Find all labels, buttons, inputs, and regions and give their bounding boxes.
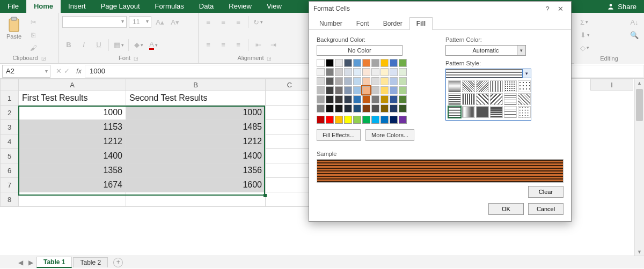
cell-b6[interactable]: 1356 [126,163,266,178]
cell-a4[interactable]: 1212 [19,134,126,149]
color-swatch[interactable] [326,59,334,67]
color-swatch[interactable] [362,104,370,113]
color-swatch[interactable] [362,86,370,94]
color-swatch[interactable] [335,68,343,76]
cancel-button[interactable]: Cancel [528,203,564,215]
color-swatch[interactable] [390,86,398,94]
clear-fill-button[interactable]: Clear [528,186,564,198]
color-swatch[interactable] [326,86,334,94]
align-right-button[interactable]: ≡ [232,39,245,51]
color-swatch[interactable] [362,95,370,103]
color-swatch[interactable] [380,59,389,67]
color-swatch[interactable] [317,86,325,94]
color-swatch[interactable] [371,59,379,67]
borders-button[interactable]: ▦ [112,39,125,51]
color-swatch[interactable] [390,104,398,113]
color-swatch[interactable] [344,116,352,124]
color-swatch[interactable] [371,104,379,113]
color-swatch[interactable] [390,77,398,85]
color-swatch[interactable] [371,116,379,124]
cell-c4[interactable] [266,134,314,149]
pattern-swatch[interactable] [518,93,531,105]
color-swatch[interactable] [344,77,352,85]
cell-b8[interactable] [126,192,266,207]
tab-insert[interactable]: Insert [61,0,93,13]
pattern-swatch[interactable] [462,93,475,105]
color-swatch[interactable] [362,116,370,124]
cancel-formula-button[interactable]: ✕ [56,67,62,75]
decrease-indent-button[interactable]: ⇤ [252,39,265,51]
pattern-color-combo[interactable]: Automatic▾ [445,45,526,56]
cell-a7[interactable]: 1674 [19,178,126,192]
select-all-corner[interactable] [1,79,19,91]
underline-button[interactable]: U [92,39,105,51]
color-swatch[interactable] [335,59,343,67]
fill-effects-button[interactable]: Fill Effects... [317,129,361,141]
color-swatch[interactable] [399,95,407,103]
sheet-tab-2[interactable]: Table 2 [73,257,108,267]
pattern-swatch[interactable] [476,106,489,118]
row-header-3[interactable]: 3 [1,120,19,134]
font-launcher[interactable]: ◲ [134,56,138,61]
col-header-c[interactable]: C [266,79,314,91]
italic-button[interactable]: I [77,39,90,51]
row-header-6[interactable]: 6 [1,163,19,178]
cell-b3[interactable]: 1485 [126,120,266,134]
color-swatch[interactable] [380,86,389,94]
color-swatch[interactable] [344,59,352,67]
color-swatch[interactable] [399,116,407,124]
color-swatch[interactable] [344,104,352,113]
more-colors-button[interactable]: More Colors... [365,129,414,141]
increase-indent-button[interactable]: ⇥ [267,39,280,51]
orientation-button[interactable]: ↻ [252,16,265,28]
color-swatch[interactable] [390,59,398,67]
color-swatch[interactable] [335,86,343,94]
tab-view[interactable]: View [259,0,289,13]
selection-handle[interactable] [264,194,267,197]
color-swatch[interactable] [371,77,379,85]
cell-b4[interactable]: 1212 [126,134,266,149]
pattern-swatch[interactable] [518,106,531,118]
pattern-swatch[interactable] [518,80,531,92]
color-swatch[interactable] [380,68,389,76]
cell-b7[interactable]: 1600 [126,178,266,192]
bold-button[interactable]: B [62,39,75,51]
color-swatch[interactable] [335,77,343,85]
color-swatch[interactable] [399,86,407,94]
clear-button[interactable]: ◇ [577,42,592,54]
tab-review[interactable]: Review [221,0,259,13]
color-swatch[interactable] [353,104,361,113]
dialog-close-button[interactable]: ✕ [554,5,567,13]
pattern-swatch[interactable] [476,93,489,105]
add-sheet-button[interactable]: + [113,258,123,267]
color-swatch[interactable] [353,68,361,76]
pattern-swatch[interactable] [462,106,475,118]
cell-b2[interactable]: 1000 [126,106,266,120]
color-swatch[interactable] [353,116,361,124]
color-swatch[interactable] [335,116,343,124]
color-swatch[interactable] [390,116,398,124]
sheet-nav-next[interactable]: ▶ [26,259,35,266]
font-color-button[interactable]: A [147,39,160,51]
autosum-button[interactable]: Σ [577,16,591,28]
font-name-combo[interactable] [62,16,127,28]
decrease-font-button[interactable]: A▾ [169,16,181,28]
align-center-button[interactable]: ≡ [217,39,230,51]
scroll-down-icon[interactable]: ▼ [635,249,644,255]
color-swatch[interactable] [399,68,407,76]
pattern-swatch[interactable] [490,80,503,92]
color-swatch[interactable] [326,68,334,76]
color-swatch[interactable] [317,77,325,85]
color-swatch[interactable] [353,77,361,85]
fill-button[interactable]: ⬇ [577,29,592,41]
row-header-4[interactable]: 4 [1,134,19,149]
col-header-a[interactable]: A [19,79,126,91]
color-swatch[interactable] [362,68,370,76]
dialog-tab-fill[interactable]: Fill [409,17,433,30]
color-swatch[interactable] [390,68,398,76]
col-header-b[interactable]: B [126,79,266,91]
color-swatch[interactable] [317,95,325,103]
share-button[interactable]: Share [599,0,644,13]
vertical-scrollbar[interactable]: ▲ ▼ [634,79,644,256]
color-swatch[interactable] [380,95,389,103]
